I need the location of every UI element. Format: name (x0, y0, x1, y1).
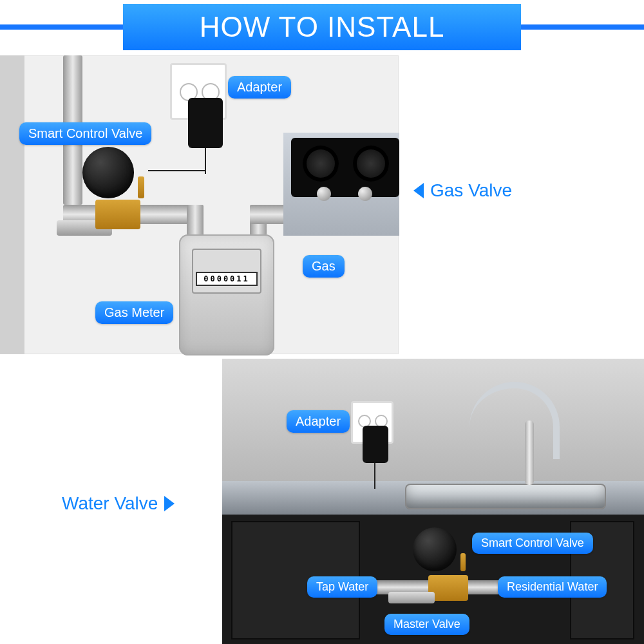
burner-left (303, 146, 339, 182)
water-smart-control-valve (413, 527, 457, 571)
power-adapter (188, 98, 223, 148)
label-residential-water: Residential Water (498, 576, 607, 598)
adapter-cord-2 (148, 170, 206, 171)
gas-meter: 0000011 (179, 234, 274, 355)
brass-valve (95, 200, 140, 229)
valve-pin (138, 176, 144, 198)
title-bar: HOW TO INSTALL (0, 4, 644, 50)
label-gas: Gas (303, 255, 345, 278)
page: HOW TO INSTALL 0000011 (0, 0, 644, 644)
chevron-left-icon (413, 183, 424, 198)
cooktop-knob-2 (358, 187, 372, 201)
gas-meter-reading: 0000011 (196, 272, 258, 286)
kitchen-wall (222, 359, 644, 481)
section-label-gas: Gas Valve (430, 180, 512, 201)
label-water-smart-valve: Smart Control Valve (472, 533, 593, 554)
section-callout-water: Water Valve (62, 493, 175, 514)
burner-right (353, 146, 389, 182)
chevron-right-icon (164, 496, 175, 511)
label-water-adapter: Adapter (287, 410, 350, 433)
label-master-valve: Master Valve (384, 614, 469, 635)
section-label-water: Water Valve (62, 493, 158, 514)
gas-meter-face (192, 249, 261, 294)
wall-edge (0, 55, 24, 354)
section-callout-gas: Gas Valve (413, 180, 512, 201)
sink-basin (405, 484, 606, 509)
water-power-adapter (363, 426, 388, 463)
smart-control-valve (82, 147, 134, 198)
water-adapter-cord (374, 463, 375, 489)
label-gas-meter: Gas Meter (95, 301, 173, 324)
page-title: HOW TO INSTALL (123, 4, 521, 50)
water-install-scene: Adapter Smart Control Valve Tap Water Re… (222, 359, 644, 644)
cooktop-knob-1 (317, 187, 331, 201)
label-tap-water: Tap Water (307, 576, 377, 598)
label-adapter: Adapter (228, 76, 291, 99)
water-valve-pin (460, 553, 466, 571)
label-smart-control-valve: Smart Control Valve (19, 122, 151, 145)
gas-install-scene: 0000011 Smart Control Valve Adapter Gas … (0, 55, 399, 354)
water-clamp (388, 592, 435, 603)
